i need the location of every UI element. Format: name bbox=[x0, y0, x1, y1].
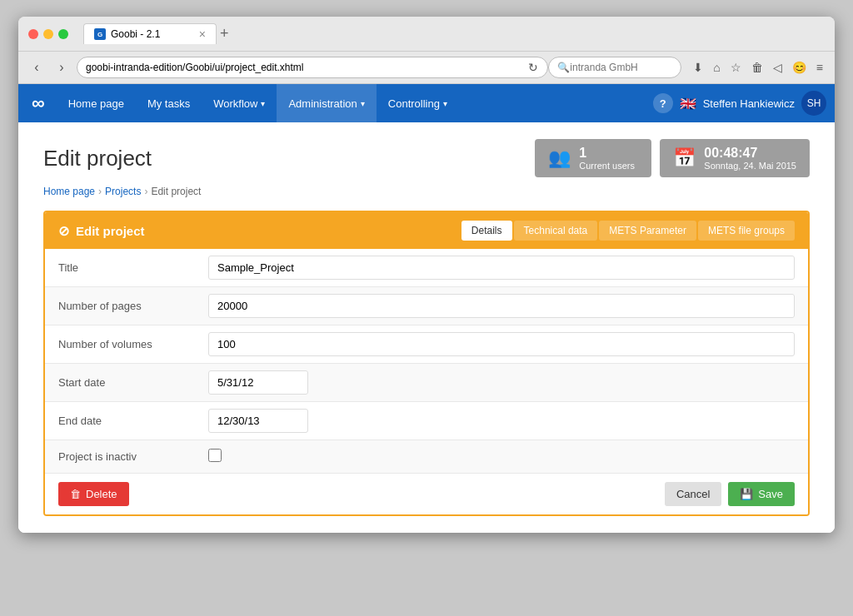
chevron-down-icon: ▾ bbox=[361, 99, 365, 108]
header-widgets: 👥 1 Current users 📅 00:48:47 Sonntag, 24… bbox=[535, 139, 810, 177]
share-icon[interactable]: ◁ bbox=[770, 59, 786, 76]
label-inactive: Project is inactiv bbox=[45, 440, 195, 473]
address-bar[interactable] bbox=[77, 57, 548, 78]
input-area-volumes bbox=[195, 325, 808, 363]
tab-technical-data[interactable]: Technical data bbox=[514, 221, 598, 241]
edit-icon: ⊘ bbox=[58, 223, 69, 239]
page-header: Edit project 👥 1 Current users 📅 00:48:4… bbox=[43, 139, 810, 177]
nav-item-tasks[interactable]: My tasks bbox=[136, 84, 202, 122]
input-volumes[interactable] bbox=[208, 332, 795, 356]
label-end-date: End date bbox=[45, 405, 195, 437]
nav-item-home[interactable]: Home page bbox=[57, 84, 136, 122]
delete-button[interactable]: 🗑 Delete bbox=[58, 482, 129, 506]
input-area-pages bbox=[195, 287, 808, 325]
form-body: Title Number of pages Number of volumes bbox=[45, 249, 808, 474]
tab-bar: G Goobi - 2.1 × + bbox=[83, 23, 825, 44]
bookmark-icon[interactable]: ☆ bbox=[727, 59, 745, 76]
users-label: Current users bbox=[579, 161, 635, 171]
home-icon[interactable]: ⌂ bbox=[710, 59, 723, 76]
cancel-button[interactable]: Cancel bbox=[665, 482, 721, 506]
account-icon[interactable]: 😊 bbox=[789, 59, 810, 76]
close-button[interactable] bbox=[28, 29, 38, 39]
form-row-inactive: Project is inactiv bbox=[45, 440, 808, 474]
browser-titlebar: G Goobi - 2.1 × + bbox=[18, 17, 835, 52]
menu-icon[interactable]: ≡ bbox=[813, 59, 826, 76]
forward-button[interactable]: › bbox=[52, 57, 72, 77]
language-flag[interactable]: 🇬🇧 bbox=[680, 96, 696, 112]
widget-text: 1 Current users bbox=[579, 146, 635, 171]
save-icon: 💾 bbox=[740, 488, 753, 500]
browser-search-bar: 🔍 bbox=[548, 57, 681, 78]
refresh-button[interactable]: ↻ bbox=[528, 61, 538, 74]
label-volumes: Number of volumes bbox=[45, 328, 195, 360]
calendar-icon: 📅 bbox=[673, 147, 696, 169]
nav-right: ? 🇬🇧 Steffen Hankiewicz SH bbox=[645, 91, 835, 116]
form-row-pages: Number of pages bbox=[45, 287, 808, 325]
time-widget: 📅 00:48:47 Sonntag, 24. Mai 2015 bbox=[660, 139, 810, 177]
tab-details[interactable]: Details bbox=[461, 221, 512, 241]
time-widget-text: 00:48:47 Sonntag, 24. Mai 2015 bbox=[704, 146, 796, 171]
trash-icon[interactable]: 🗑 bbox=[748, 59, 766, 76]
avatar[interactable]: SH bbox=[801, 91, 826, 116]
traffic-lights bbox=[28, 29, 68, 39]
logo-area: ∞ bbox=[18, 84, 57, 122]
top-nav: ∞ Home page My tasks Workflow ▾ Administ… bbox=[18, 84, 835, 122]
browser-search-input[interactable] bbox=[570, 57, 678, 77]
browser-toolbar: ‹ › ↻ 🔍 ⬇ ⌂ ☆ 🗑 ◁ 😊 ≡ bbox=[18, 52, 835, 84]
label-start-date: Start date bbox=[45, 366, 195, 399]
current-date: Sonntag, 24. Mai 2015 bbox=[704, 161, 796, 171]
trash-icon: 🗑 bbox=[70, 488, 81, 500]
form-row-end-date: End date bbox=[45, 402, 808, 440]
card-header: ⊘ Edit project Details Technical data ME… bbox=[45, 212, 808, 249]
card-tabs: Details Technical data METS Parameter ME… bbox=[461, 221, 795, 241]
maximize-button[interactable] bbox=[58, 29, 68, 39]
form-row-volumes: Number of volumes bbox=[45, 325, 808, 364]
breadcrumb-sep-2: › bbox=[144, 186, 147, 197]
breadcrumb-projects[interactable]: Projects bbox=[105, 186, 141, 197]
chevron-down-icon: ▾ bbox=[261, 99, 265, 108]
breadcrumb-home[interactable]: Home page bbox=[43, 186, 95, 197]
logo-symbol: ∞ bbox=[32, 92, 43, 114]
breadcrumb-sep-1: › bbox=[98, 186, 102, 197]
breadcrumb: Home page › Projects › Edit project bbox=[43, 186, 810, 197]
input-pages[interactable] bbox=[208, 294, 795, 318]
input-area-title bbox=[195, 249, 808, 286]
browser-window: G Goobi - 2.1 × + ‹ › ↻ 🔍 ⬇ ⌂ ☆ 🗑 ◁ 😊 ≡ bbox=[18, 17, 835, 533]
app-content: ∞ Home page My tasks Workflow ▾ Administ… bbox=[18, 84, 835, 533]
tab-mets-parameter[interactable]: METS Parameter bbox=[599, 221, 696, 241]
input-area-start-date bbox=[195, 364, 808, 401]
browser-tab[interactable]: G Goobi - 2.1 × bbox=[83, 23, 217, 44]
nav-item-workflow[interactable]: Workflow ▾ bbox=[202, 84, 277, 122]
minimize-button[interactable] bbox=[43, 29, 53, 39]
users-count: 1 bbox=[579, 146, 635, 161]
current-time: 00:48:47 bbox=[704, 146, 796, 161]
breadcrumb-current: Edit project bbox=[151, 186, 201, 197]
new-tab-button[interactable]: + bbox=[220, 25, 229, 42]
chevron-down-icon: ▾ bbox=[443, 99, 447, 108]
form-row-title: Title bbox=[45, 249, 808, 287]
checkbox-inactive[interactable] bbox=[208, 449, 222, 462]
input-end-date[interactable] bbox=[208, 409, 308, 433]
toolbar-icons: ⬇ ⌂ ☆ 🗑 ◁ 😊 ≡ bbox=[690, 59, 826, 76]
back-button[interactable]: ‹ bbox=[27, 57, 47, 77]
search-icon: 🔍 bbox=[557, 62, 570, 73]
card-header-title: Edit project bbox=[76, 224, 145, 238]
label-pages: Number of pages bbox=[45, 290, 195, 322]
tab-title: Goobi - 2.1 bbox=[111, 28, 160, 40]
label-title: Title bbox=[45, 251, 195, 284]
footer-right: Cancel 💾 Save bbox=[665, 482, 795, 506]
input-start-date[interactable] bbox=[208, 370, 308, 395]
tab-close-icon[interactable]: × bbox=[199, 27, 206, 41]
nav-item-administration[interactable]: Administration ▾ bbox=[277, 84, 376, 122]
input-area-end-date bbox=[195, 402, 808, 440]
download-icon[interactable]: ⬇ bbox=[690, 59, 706, 76]
nav-item-controlling[interactable]: Controlling ▾ bbox=[377, 84, 459, 122]
current-users-widget: 👥 1 Current users bbox=[535, 139, 651, 177]
help-button[interactable]: ? bbox=[653, 93, 673, 113]
save-button[interactable]: 💾 Save bbox=[728, 482, 795, 506]
tab-mets-file-groups[interactable]: METS file groups bbox=[698, 221, 795, 241]
nav-items: Home page My tasks Workflow ▾ Administra… bbox=[57, 84, 645, 122]
form-row-start-date: Start date bbox=[45, 364, 808, 402]
users-icon: 👥 bbox=[548, 147, 571, 169]
input-title[interactable] bbox=[208, 256, 795, 280]
